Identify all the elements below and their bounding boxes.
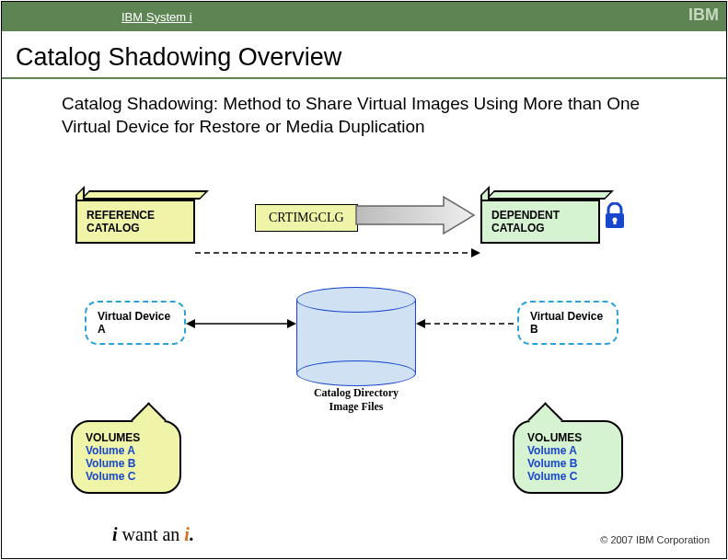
- subtitle: Catalog Shadowing: Method to Share Virtu…: [2, 88, 726, 138]
- slide: IBM System i IBM Catalog Shadowing Overv…: [1, 1, 727, 559]
- tagline: i want an i.: [112, 524, 194, 545]
- page-title: Catalog Shadowing Overview: [2, 31, 726, 79]
- cylinder-icon: [296, 287, 416, 379]
- lock-icon: [602, 202, 628, 236]
- tagline-want: want: [122, 524, 158, 544]
- arrow-cmd-to-dep: [356, 195, 476, 236]
- copyright: © 2007 IBM Corporation: [600, 534, 710, 545]
- volumes-left-item: Volume A: [86, 444, 167, 457]
- dependent-catalog-label: DEPENDENT CATALOG: [480, 200, 600, 244]
- diagram: REFERENCE CATALOG CRTIMGCLG DEPENDENT CA…: [2, 167, 728, 498]
- volumes-left: VOLUMES Volume A Volume B Volume C: [71, 420, 181, 494]
- tagline-an: an: [162, 524, 179, 544]
- volumes-right-header: VOLUMES: [527, 431, 608, 444]
- volumes-right-item: Volume B: [527, 457, 608, 470]
- arrow-devA-cyl: [186, 314, 296, 333]
- cylinder-label: Catalog Directory Image Files: [306, 386, 407, 414]
- volumes-left-item: Volume C: [86, 470, 167, 483]
- tagline-dot: .: [190, 524, 194, 544]
- virtual-device-b: Virtual Device B: [517, 301, 618, 345]
- volumes-right: VOLUMES Volume A Volume B Volume C: [513, 420, 623, 494]
- volumes-right-item: Volume A: [527, 444, 608, 457]
- footer: i want an i. © 2007 IBM Corporation: [2, 518, 728, 554]
- reference-catalog-label: REFERENCE CATALOG: [75, 200, 195, 244]
- ibm-logo: IBM: [688, 6, 719, 25]
- product-name: IBM System i: [121, 10, 192, 24]
- volumes-left-item: Volume B: [86, 457, 167, 470]
- virtual-device-a: Virtual Device A: [85, 301, 186, 345]
- tagline-i: i: [112, 524, 118, 544]
- command-box: CRTIMGCLG: [255, 204, 358, 232]
- title-bar: IBM System i IBM: [2, 2, 726, 31]
- arrow-devB-cyl: [416, 314, 517, 333]
- volumes-right-item: Volume C: [527, 470, 608, 483]
- volumes-left-header: VOLUMES: [86, 431, 167, 444]
- svg-rect-2: [614, 220, 617, 224]
- dashed-ref-dep: [195, 246, 480, 273]
